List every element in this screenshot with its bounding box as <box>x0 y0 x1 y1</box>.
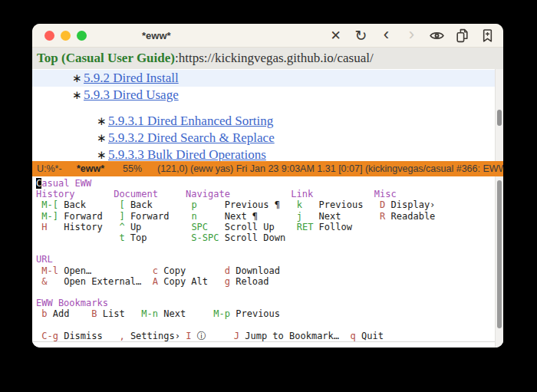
title-bar[interactable]: *eww* ✕ ↻ ‹ › <box>32 24 503 48</box>
transient-text <box>86 199 119 210</box>
window-title: *eww* <box>142 24 171 48</box>
transient-key: A <box>153 276 158 287</box>
transient-key: M-] <box>41 211 58 222</box>
transient-key: M-l <box>41 265 58 276</box>
transient-group-header: Navigate <box>186 189 230 199</box>
transient-text <box>313 189 374 199</box>
transient-text <box>385 199 390 210</box>
transient-text: History <box>64 222 103 232</box>
transient-text <box>125 211 130 222</box>
transient-text <box>191 331 196 341</box>
transient-key: ] <box>119 211 124 222</box>
transient-key: j <box>297 211 302 222</box>
casual-transient-menu: Casual EWWHistory Document Navigate Link… <box>32 176 503 348</box>
transient-text <box>125 199 130 210</box>
transient-key: q <box>351 331 356 341</box>
transient-text: Previous <box>319 199 364 210</box>
transient-key: d <box>225 265 230 276</box>
toc-link-bulk-dired-operations[interactable]: 5.9.3.3 Bulk Dired Operations <box>108 147 266 161</box>
transient-text <box>258 211 297 222</box>
transient-key: S-SPC <box>191 232 219 243</box>
transient-text <box>208 276 225 287</box>
transient-text <box>186 308 213 319</box>
transient-text <box>125 308 142 319</box>
list-bullet: ∗ <box>72 87 84 104</box>
transient-key: [ <box>119 199 124 210</box>
transient-text <box>47 308 52 319</box>
transient-line: EWW Bookmarks <box>36 298 503 308</box>
transient-line <box>36 319 503 330</box>
toc-link-dired-enhanced-sorting[interactable]: 5.9.3.1 Dired Enhanced Sorting <box>108 114 273 128</box>
transient-text <box>153 199 192 210</box>
transient-text: Follow <box>319 222 352 232</box>
transient-key: ^ <box>119 222 124 232</box>
close-window-button[interactable] <box>44 31 54 41</box>
transient-text <box>125 222 130 232</box>
transient-scrollbar-thumb[interactable] <box>497 180 502 328</box>
transient-key: M-p <box>213 308 230 319</box>
toc-link-dired-usage[interactable]: 5.9.3 Dired Usage <box>84 87 179 102</box>
zoom-window-button[interactable] <box>77 31 87 41</box>
transient-text: Reload <box>236 276 268 287</box>
list-bullet: ∗ <box>97 147 108 161</box>
transient-text: Forward <box>64 211 103 222</box>
transient-key: B <box>91 308 97 319</box>
transient-key: M-[ <box>41 199 58 210</box>
transient-key: SPC <box>191 222 208 232</box>
transient-text <box>36 232 119 243</box>
transient-line: Casual EWW <box>36 178 503 189</box>
eww-buffer: ∗5.9.2 Dired Install ∗5.9.3 Dired Usage … <box>32 69 503 161</box>
transient-text <box>103 211 120 222</box>
transient-text <box>280 199 297 210</box>
transient-text <box>158 189 186 199</box>
add-bookmark-icon[interactable] <box>479 28 496 44</box>
transient-line <box>36 243 503 254</box>
modeline-buffer-name: *eww* <box>77 161 104 176</box>
transient-text: Display› <box>391 199 436 210</box>
copy-page-icon[interactable] <box>454 28 470 44</box>
window-divider <box>32 341 495 342</box>
transient-text <box>275 222 297 232</box>
transient-scrollbar-track[interactable] <box>495 176 503 348</box>
transient-group-header: EWW Bookmarks <box>36 298 108 308</box>
transient-text <box>313 222 318 232</box>
transient-text <box>103 331 120 341</box>
close-buffer-icon[interactable]: ✕ <box>328 28 344 44</box>
toolbar: ✕ ↻ ‹ › <box>328 24 496 48</box>
transient-text <box>197 199 225 210</box>
transient-key: c <box>153 265 158 276</box>
transient-key: J <box>234 331 239 341</box>
transient-text: Forward <box>130 211 170 222</box>
transient-text: Next ¶ <box>225 211 258 222</box>
content-scrollbar-thumb[interactable] <box>497 110 502 126</box>
transient-line: M-[ Back [ Back p Previous ¶ k Previous … <box>36 199 503 210</box>
transient-text <box>125 232 130 243</box>
page-url: https://kickingvegas.github.io/casual/ <box>179 51 374 66</box>
transient-text: Scroll Up <box>225 222 275 232</box>
transient-text: Copy <box>163 265 186 276</box>
back-icon[interactable]: ‹ <box>378 27 394 45</box>
eww-header-line: Top (Casual User Guide): https://kicking… <box>32 48 503 69</box>
transient-text <box>141 222 191 232</box>
forward-icon: › <box>404 27 420 45</box>
modeline-status-flags: U:%*- <box>37 161 62 176</box>
transient-key: RET <box>297 222 314 232</box>
transient-text <box>141 276 152 287</box>
toc-row: ∗5.9.3 Dired Usage <box>32 87 503 104</box>
transient-line: URL <box>36 254 503 265</box>
minimize-window-button[interactable] <box>61 31 71 41</box>
transient-text: Jump to Bookmark… <box>245 331 339 341</box>
toc-link-dired-install[interactable]: 5.9.2 Dired Install <box>84 71 179 85</box>
transient-line: History Document Navigate Link Misc <box>36 189 503 199</box>
transient-text <box>75 189 114 199</box>
toc-link-dired-search-replace[interactable]: 5.9.3.2 Dired Search & Replace <box>108 130 275 145</box>
reload-icon[interactable]: ↻ <box>353 28 369 44</box>
transient-text <box>208 222 225 232</box>
readable-view-eye-icon[interactable] <box>429 28 445 44</box>
content-scrollbar-track[interactable] <box>495 69 503 161</box>
transient-text: Back <box>64 199 86 210</box>
transient-text <box>363 199 380 210</box>
transient-key: n <box>191 211 196 222</box>
transient-text <box>97 308 103 319</box>
transient-group-header: History <box>36 189 75 199</box>
